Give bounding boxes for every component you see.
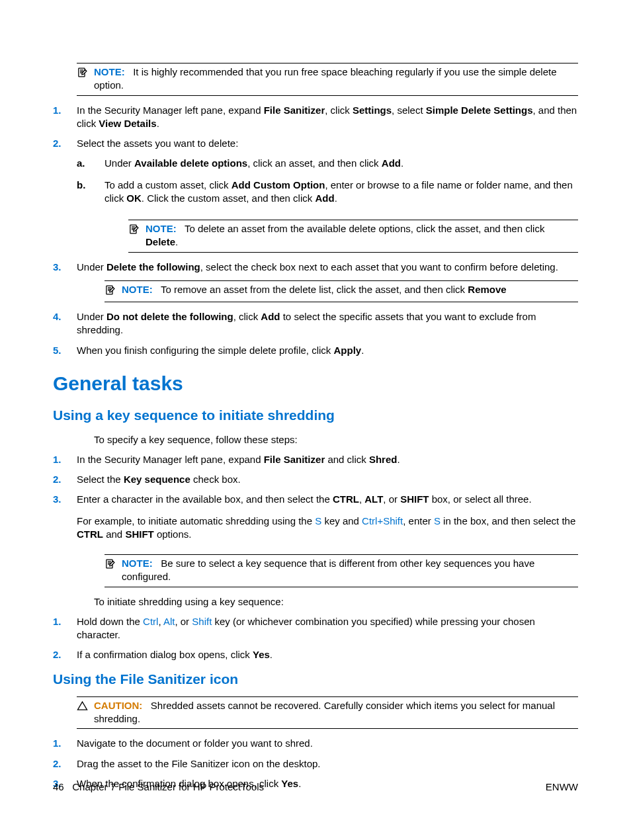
list-item: 1. In the Security Manager left pane, ex… <box>53 453 578 466</box>
footer-left: 46 Chapter 7 File Sanitizer for HP Prote… <box>53 780 264 794</box>
heading-key-sequence: Using a key sequence to initiate shreddi… <box>53 406 578 425</box>
note-label: NOTE: <box>122 284 153 295</box>
note-icon <box>128 222 146 249</box>
note-label: NOTE: <box>94 66 125 77</box>
list-number: 5. <box>53 344 77 357</box>
list-item: b. To add a custom asset, click Add Cust… <box>77 179 578 206</box>
chapter-title: Chapter 7 File Sanitizer for HP ProtectT… <box>72 781 264 792</box>
list-number: 1. <box>53 453 77 466</box>
list-item: 2. If a confirmation dialog box opens, c… <box>53 648 578 661</box>
ordered-list: 1. In the Security Manager left pane, ex… <box>53 104 578 214</box>
note-icon <box>105 283 122 299</box>
list-letter: a. <box>77 157 105 170</box>
heading-general-tasks: General tasks <box>53 370 578 398</box>
note-content: NOTE: Be sure to select a key sequence t… <box>122 557 578 584</box>
list-body: In the Security Manager left pane, expan… <box>77 104 578 131</box>
note-block: NOTE: To delete an asset from the availa… <box>128 220 578 253</box>
list-item: 2. Drag the asset to the File Sanitizer … <box>53 757 578 771</box>
paragraph: To initiate shredding using a key sequen… <box>94 595 578 609</box>
list-number: 1. <box>53 615 77 642</box>
list-item: 1. Navigate to the document or folder yo… <box>53 737 578 750</box>
note-content: NOTE: To delete an asset from the availa… <box>146 222 578 249</box>
list-item: 1. Hold down the Ctrl, Alt, or Shift key… <box>53 615 578 642</box>
note-icon <box>105 557 122 584</box>
note-block: NOTE: Be sure to select a key sequence t… <box>105 554 578 587</box>
list-letter: b. <box>77 179 105 206</box>
list-item: 2. Select the Key sequence check box. <box>53 473 578 486</box>
list-number: 4. <box>53 310 77 337</box>
list-number: 1. <box>53 104 77 131</box>
sub-ordered-list: a. Under Available delete options, click… <box>77 157 578 205</box>
list-number: 2. <box>53 757 77 771</box>
ordered-list: 1. Hold down the Ctrl, Alt, or Shift key… <box>53 615 578 662</box>
note-label: NOTE: <box>122 558 153 569</box>
caution-content: CAUTION: Shredded assets cannot be recov… <box>94 699 578 726</box>
list-item: 4. Under Do not delete the following, cl… <box>53 310 578 337</box>
note-label: NOTE: <box>146 223 177 234</box>
note-content: NOTE: To remove an asset from the delete… <box>122 283 578 299</box>
list-number: 1. <box>53 737 77 750</box>
note-content: NOTE: It is highly recommended that you … <box>94 65 578 93</box>
list-item: a. Under Available delete options, click… <box>77 157 578 170</box>
heading-file-sanitizer-icon: Using the File Sanitizer icon <box>53 670 578 689</box>
list-number: 3. <box>53 261 77 274</box>
note-icon <box>77 65 94 93</box>
list-item: 3. Under Delete the following, select th… <box>53 261 578 274</box>
ordered-list: 1. In the Security Manager left pane, ex… <box>53 453 578 548</box>
footer-right: ENWW <box>546 780 578 794</box>
ordered-list-cont: 4. Under Do not delete the following, cl… <box>53 310 578 357</box>
note-block: NOTE: It is highly recommended that you … <box>77 63 578 96</box>
list-number: 2. <box>53 648 77 661</box>
example-paragraph: For example, to initiate automatic shred… <box>77 515 578 542</box>
list-number: 2. <box>53 473 77 486</box>
paragraph: To specify a key sequence, follow these … <box>94 433 578 446</box>
caution-label: CAUTION: <box>94 700 142 711</box>
caution-icon <box>77 699 94 726</box>
caution-block: CAUTION: Shredded assets cannot be recov… <box>77 696 578 730</box>
list-number: 3. <box>53 493 77 548</box>
list-item: 5. When you finish configuring the simpl… <box>53 344 578 357</box>
page-footer: 46 Chapter 7 File Sanitizer for HP Prote… <box>53 780 578 794</box>
list-item: 2. Select the assets you want to delete:… <box>53 137 578 213</box>
ordered-list-cont: 3. Under Delete the following, select th… <box>53 261 578 274</box>
note-block: NOTE: To remove an asset from the delete… <box>105 280 578 302</box>
list-item: 3. Enter a character in the available bo… <box>53 493 578 548</box>
list-number: 2. <box>53 137 77 213</box>
list-body: Select the assets you want to delete: a.… <box>77 137 578 213</box>
list-item: 1. In the Security Manager left pane, ex… <box>53 104 578 131</box>
page-number: 46 <box>53 781 64 792</box>
